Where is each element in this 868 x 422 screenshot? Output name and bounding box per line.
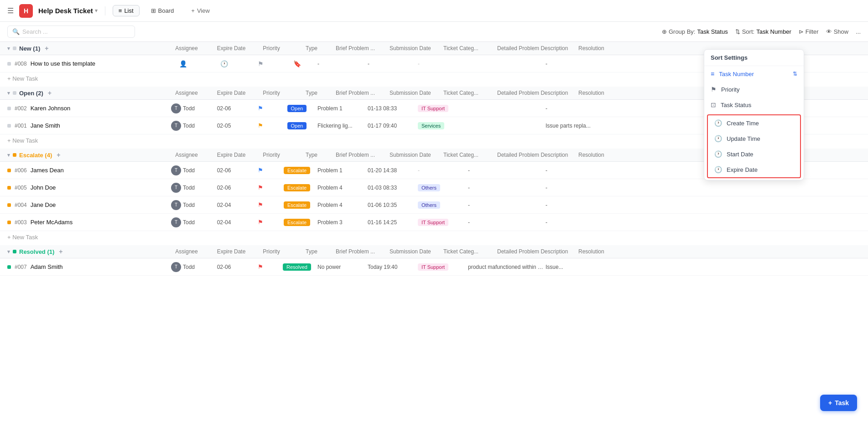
brief-cell: Problem 4 — [317, 202, 368, 208]
avatar: T — [171, 183, 181, 193]
assignee-name: Todd — [183, 167, 195, 174]
list-icon: ≡ — [119, 7, 122, 14]
chevron-down-icon[interactable]: ▾ — [95, 8, 98, 14]
category-cell: - — [418, 61, 468, 67]
group-escalate-label: Escalate (4) — [19, 152, 52, 159]
description-cell: - — [468, 185, 546, 191]
table-row[interactable]: #005 John Doe T Todd 02-06 ⚑ Escalate Pr… — [0, 179, 868, 196]
col-header-submission-esc: Submission Date — [390, 152, 440, 158]
group-open-label: Open (2) — [19, 90, 43, 97]
brief-cell: No power — [317, 264, 368, 270]
sort-item-start-date[interactable]: 🕐 Start Date — [708, 146, 800, 162]
search-icon: 🔍 — [12, 28, 20, 35]
toolbar-actions: ⊕ Group By: Task Status ⇅ Sort: Task Num… — [662, 28, 861, 35]
col-header-category-new: Ticket Categ... — [443, 45, 494, 51]
task-id: #006 — [15, 167, 27, 174]
task-dot — [7, 265, 11, 269]
sort-item-label: Update Time — [727, 135, 760, 142]
task-id: #005 — [15, 185, 27, 191]
hamburger-icon[interactable]: ☰ — [7, 6, 14, 15]
col-header-expire-esc: Expire Date — [211, 152, 252, 158]
category-badge: IT Support — [418, 219, 448, 226]
resolution-cell: - — [546, 202, 600, 208]
sort-item-create-time[interactable]: 🕐 Create Time — [708, 115, 800, 131]
sort-item-update-time[interactable]: 🕐 Update Time — [708, 131, 800, 146]
type-cell: Escalate — [276, 201, 317, 209]
task-name: Jane Smith — [31, 122, 60, 129]
filter-button[interactable]: ⊳ Filter — [799, 28, 819, 35]
collapse-open-icon[interactable]: ▾ — [7, 90, 10, 96]
task-dot — [7, 124, 11, 128]
collapse-escalate-icon[interactable]: ▾ — [7, 152, 10, 158]
task-id: #002 — [15, 105, 27, 112]
avatar: T — [171, 121, 181, 131]
sort-highlight-box: 🕐 Create Time 🕐 Update Time 🕐 Start Date… — [707, 114, 801, 178]
search-box[interactable]: 🔍 Search ... — [7, 26, 135, 38]
type-badge: Escalate — [284, 167, 310, 174]
category-badge: IT Support — [418, 263, 448, 271]
submission-cell: 01-17 09:40 — [368, 123, 418, 129]
task-name: Adam Smith — [31, 263, 63, 270]
assignee-name: Todd — [183, 219, 195, 226]
group-new-name: ▾ New (1) + — [7, 45, 162, 52]
assignee-cell: T Todd — [162, 217, 203, 227]
add-resolved-task-icon[interactable]: + — [59, 248, 62, 255]
col-header-brief-open: Brief Problem ... — [336, 90, 386, 96]
category-badge: IT Support — [418, 105, 448, 112]
add-view-button[interactable]: + View — [185, 5, 216, 16]
flag-icon: ⚑ — [711, 86, 717, 93]
col-header-type-open: Type — [291, 90, 332, 96]
table-row[interactable]: #007 Adam Smith T Todd 02-06 ⚑ Resolved … — [0, 258, 868, 276]
board-view-button[interactable]: ⊞ Board — [145, 5, 180, 16]
add-open-task-icon[interactable]: + — [48, 89, 52, 97]
show-button[interactable]: 👁 Show — [826, 28, 849, 35]
group-resolved-label: Resolved (1) — [19, 248, 54, 255]
col-header-resolution-new: Resolution — [578, 45, 633, 51]
add-escalate-task-row[interactable]: + New Task — [0, 231, 868, 245]
sort-button[interactable]: ⇅ Sort: Task Number — [735, 28, 791, 35]
flag-red-icon: ⚑ — [258, 201, 263, 208]
col-header-resolution-open: Resolution — [578, 90, 633, 96]
col-header-priority-new: Priority — [255, 45, 287, 51]
sort-icon: ⇅ — [735, 28, 740, 35]
submission-cell: Today 19:40 — [368, 264, 418, 270]
add-escalate-task-icon[interactable]: + — [57, 151, 60, 159]
type-badge: Escalate — [284, 184, 310, 191]
expire-cell: 02-04 — [203, 202, 244, 208]
list-view-button[interactable]: ≡ List — [113, 5, 140, 16]
collapse-new-icon[interactable]: ▾ — [7, 46, 10, 51]
sort-item-label: Expire Date — [727, 166, 758, 173]
show-label: Show — [834, 28, 849, 35]
description-cell: product mafunctioned within wa... — [468, 264, 546, 270]
filter-icon: ⊳ — [799, 28, 804, 35]
collapse-resolved-icon[interactable]: ▾ — [7, 249, 10, 255]
sort-item-priority[interactable]: ⚑ Priority — [704, 82, 804, 97]
priority-cell: ⚑ — [244, 184, 276, 191]
submission-cell: 01-16 14:25 — [368, 219, 418, 226]
col-header-submission-open: Submission Date — [390, 90, 440, 96]
table-row[interactable]: #004 Jane Doe T Todd 02-04 ⚑ Escalate Pr… — [0, 196, 868, 214]
col-header-type-esc: Type — [291, 152, 332, 158]
task-dot — [7, 107, 11, 110]
add-new-task-icon[interactable]: + — [45, 45, 48, 52]
col-header-submission-res: Submission Date — [390, 248, 440, 255]
expire-cell: 02-06 — [203, 167, 244, 174]
group-open-dot — [13, 91, 16, 95]
more-button[interactable]: ... — [856, 28, 861, 35]
group-by-button[interactable]: ⊕ Group By: Task Status — [662, 28, 728, 35]
nav-divider — [105, 6, 105, 15]
resolution-cell: Issue parts repla... — [546, 123, 600, 129]
col-header-priority-esc: Priority — [255, 152, 287, 158]
priority-cell: ⚑ — [244, 201, 276, 208]
col-header-brief-res: Brief Problem ... — [336, 248, 386, 255]
sort-item-task-number[interactable]: ≡ Task Number ⇅ — [704, 66, 804, 82]
sort-item-label: Start Date — [727, 151, 754, 158]
col-header-category-res: Ticket Categ... — [443, 248, 494, 255]
sort-item-task-status[interactable]: ⊡ Task Status — [704, 97, 804, 113]
col-header-brief-new: Brief Problem ... — [336, 45, 386, 51]
sort-item-expire-date[interactable]: 🕐 Expire Date — [708, 162, 800, 177]
type-cell: Escalate — [276, 167, 317, 174]
table-row[interactable]: #003 Peter McAdams T Todd 02-04 ⚑ Escala… — [0, 214, 868, 231]
sort-direction-icon[interactable]: ⇅ — [793, 71, 797, 77]
col-header-expire-res: Expire Date — [211, 248, 252, 255]
